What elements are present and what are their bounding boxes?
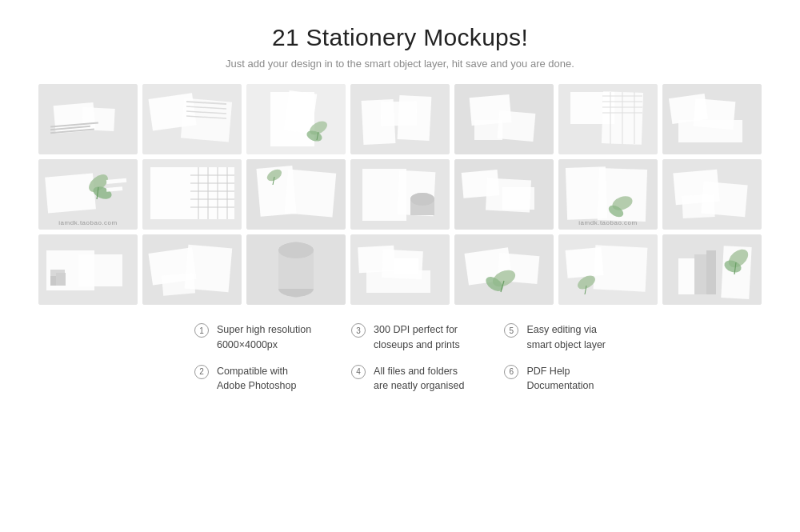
svg-rect-83 [682, 194, 714, 218]
svg-point-70 [410, 193, 434, 206]
mockup-thumb-6 [558, 84, 658, 154]
svg-rect-88 [56, 273, 66, 286]
feature-item-1: 1 Super high resolution6000×4000px [194, 322, 311, 353]
page-title: 21 Stationery Mockups! [32, 24, 768, 51]
mockup-thumb-10 [246, 159, 346, 230]
feature-text-1: Super high resolution6000×4000px [217, 322, 311, 353]
svg-rect-62 [285, 169, 337, 217]
feature-item-5: 5 Easy editing viasmart object layer [504, 322, 606, 353]
feature-item-3: 3 300 DPI perfect forcloseups and prints [351, 322, 464, 353]
feature-text-2: Compatible withAdobe Photoshop [217, 364, 296, 394]
features-section: 1 Super high resolution6000×4000px 2 Com… [32, 322, 768, 394]
feature-text-4: All files and foldersare neatly organise… [374, 364, 464, 394]
grid-row-1 [32, 84, 768, 154]
feature-number-4: 4 [351, 365, 366, 379]
mockup-thumb-9 [142, 159, 242, 230]
feature-text-5: Easy editing viasmart object layer [526, 322, 606, 353]
mockup-thumb-21 [662, 234, 762, 305]
mockup-thumb-17 [246, 234, 346, 305]
mockup-thumb-14 [662, 159, 762, 230]
svg-rect-49 [150, 167, 190, 219]
mockup-thumb-5 [454, 84, 554, 154]
feature-text-3: 300 DPI perfect forcloseups and prints [374, 322, 460, 353]
mockup-thumb-4 [350, 84, 450, 154]
mockup-thumb-13: iamdk.taobao.com [558, 159, 658, 230]
svg-rect-22 [381, 102, 418, 126]
feature-number-6: 6 [504, 365, 518, 379]
mockup-thumb-2 [142, 84, 242, 154]
feature-text-6: PDF HelpDocumentation [526, 364, 594, 394]
svg-rect-93 [162, 273, 195, 295]
mockup-thumb-16 [142, 234, 242, 305]
svg-rect-74 [502, 187, 534, 210]
svg-rect-89 [78, 254, 122, 286]
feature-item-4: 4 All files and foldersare neatly organi… [351, 364, 464, 394]
feature-column-2: 3 300 DPI perfect forcloseups and prints… [351, 322, 464, 394]
svg-rect-40 [678, 120, 742, 142]
feature-number-1: 1 [194, 323, 209, 338]
feature-number-5: 5 [504, 323, 518, 338]
feature-column-3: 5 Easy editing viasmart object layer 6 P… [504, 322, 606, 394]
feature-item-2: 2 Compatible withAdobe Photoshop [194, 364, 311, 394]
mockup-thumb-18 [350, 234, 450, 305]
svg-rect-104 [394, 258, 418, 274]
features-columns: 1 Super high resolution6000×4000px 2 Com… [194, 322, 606, 394]
header-section: 21 Stationery Mockups! Just add your des… [32, 24, 768, 70]
grid-row-3 [32, 234, 768, 305]
mockup-thumb-12 [454, 159, 554, 230]
svg-rect-26 [474, 120, 502, 140]
mockup-thumb-7 [662, 84, 762, 154]
feature-item-6: 6 PDF HelpDocumentation [504, 364, 606, 394]
grid-row-2: iamdk.taobao.com [32, 159, 768, 230]
feature-number-3: 3 [351, 323, 366, 338]
svg-rect-113 [594, 245, 648, 291]
mockup-thumb-20 [558, 234, 658, 305]
mockup-grid: iamdk.taobao.com [32, 84, 768, 305]
page-subtitle: Just add your design in to the smart obj… [32, 58, 768, 70]
feature-number-2: 2 [194, 365, 209, 379]
mockup-thumb-1 [38, 84, 138, 154]
svg-rect-25 [498, 110, 536, 142]
mockup-thumb-11 [350, 159, 450, 230]
svg-rect-119 [706, 250, 716, 294]
mockup-thumb-15 [38, 234, 138, 305]
svg-point-99 [278, 242, 314, 258]
svg-rect-42 [45, 173, 96, 213]
feature-column-1: 1 Super high resolution6000×4000px 2 Com… [194, 322, 311, 394]
mockup-thumb-8: iamdk.taobao.com [38, 159, 138, 230]
mockup-thumb-19 [454, 234, 554, 305]
mockup-thumb-3 [246, 84, 346, 154]
svg-rect-118 [694, 254, 706, 294]
svg-rect-2 [82, 107, 114, 131]
page-container: 21 Stationery Mockups! Just add your des… [0, 0, 800, 532]
